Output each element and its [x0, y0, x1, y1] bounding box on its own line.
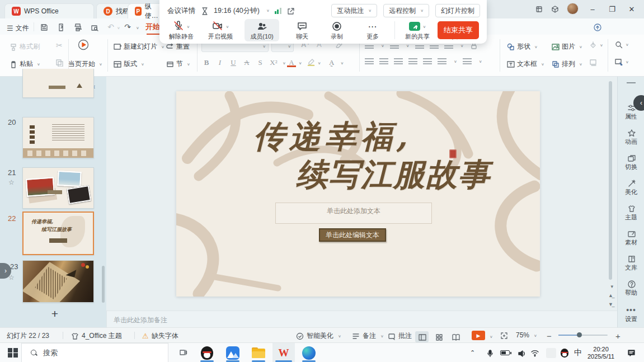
sidebar-item-settings[interactable]: ••• 设置 — [618, 305, 644, 323]
zoom-level[interactable]: 75% ∨ — [516, 331, 537, 339]
chevron-down-icon[interactable]: ∨ — [226, 24, 229, 28]
taskbar-wps-icon-active[interactable]: W — [272, 343, 295, 362]
fit-slide-button[interactable] — [500, 331, 508, 340]
meeting-details-link[interactable]: 会议详情 — [167, 6, 195, 16]
play-from-current-icon[interactable] — [77, 39, 90, 53]
slide-body-placeholder[interactable]: 单击此处添加文本 — [275, 203, 432, 224]
print-preview-icon[interactable] — [87, 21, 101, 32]
zoom-slider-knob[interactable] — [577, 332, 582, 337]
print-icon[interactable] — [70, 21, 84, 32]
clock[interactable]: 20:20 2025/5/11 — [587, 343, 614, 362]
italic-button[interactable]: I — [214, 58, 226, 67]
ribbon-tab-home[interactable]: 开始 — [145, 22, 160, 32]
text-direction-icon[interactable] — [463, 58, 472, 64]
previous-slide-button[interactable]: ▲̲ — [608, 293, 613, 298]
cloud-upload-icon[interactable] — [590, 21, 604, 32]
restore-button[interactable]: ❐ — [606, 3, 618, 15]
chevron-down-icon[interactable]: ∨ — [341, 60, 344, 64]
chevron-down-icon[interactable]: ∨ — [283, 60, 286, 64]
distribute-icon[interactable] — [423, 58, 432, 64]
slide-thumbnail-22-selected[interactable]: 传递幸福, 续写江服故事 — [22, 211, 94, 255]
new-share-button[interactable]: ∨ 新的共享 — [401, 20, 434, 41]
reading-view-button[interactable] — [449, 331, 462, 342]
chevron-down-icon[interactable]: ∨ — [423, 24, 426, 28]
open-external-icon[interactable] — [286, 7, 295, 15]
sidebar-item-library[interactable]: 文库 — [618, 253, 644, 272]
taskbar-qq-icon[interactable] — [197, 343, 217, 362]
smart-beautify-button[interactable]: 智能美化 ∨ — [295, 331, 341, 341]
section-button[interactable]: 节 ∨ — [166, 57, 190, 70]
textbox-button[interactable]: 文本框 ∨ — [506, 57, 544, 70]
sidebar-item-animation[interactable]: 动画 — [618, 128, 644, 146]
chevron-down-icon[interactable]: ∨ — [318, 60, 321, 64]
picture-button[interactable]: 图片 ∨ — [551, 40, 582, 53]
align-right-icon[interactable] — [394, 58, 403, 64]
undo-icon[interactable]: ↶ — [104, 21, 117, 32]
strikethrough-button[interactable]: S — [254, 58, 266, 67]
theme-indicator[interactable]: 4_Office 主题 — [70, 331, 122, 341]
taskbar-search-box[interactable]: 搜索 — [21, 343, 168, 362]
underline-button[interactable]: U — [227, 58, 239, 67]
tray-battery-icon[interactable] — [500, 343, 510, 362]
copy-icon[interactable] — [55, 58, 63, 68]
notes-placeholder[interactable]: 单击此处添加备注 — [114, 316, 167, 325]
end-share-button[interactable]: 结束共享 — [438, 21, 479, 39]
sidebar-item-materials[interactable]: 素材 — [618, 228, 644, 247]
taskbar-file-explorer-icon[interactable] — [248, 343, 269, 362]
new-slide-button[interactable]: 新建幻灯片 ∨ — [113, 40, 164, 53]
notes-bar[interactable]: 单击此处添加备注 — [106, 311, 617, 327]
remote-control-button[interactable]: 远程控制 ∨ — [383, 4, 429, 17]
notes-toggle-button[interactable]: 备注 ∨ — [351, 331, 384, 341]
fill-tool-icon[interactable]: ∨ — [589, 41, 603, 49]
canvas-scrollbar[interactable] — [609, 81, 612, 280]
cut-icon[interactable]: ✂ — [56, 41, 63, 50]
slide-editor[interactable]: 传递幸福, 续写江服故事 单击此处添加文本 单击此处编辑文本 — [176, 91, 540, 297]
slide-edit-text-button[interactable]: 单击此处编辑文本 — [319, 228, 386, 242]
align-center-icon[interactable] — [379, 58, 388, 64]
tray-qq-icon[interactable] — [561, 343, 568, 362]
chevron-down-icon[interactable]: ∨ — [266, 8, 270, 12]
sidebar-item-transition[interactable]: 切换 — [618, 153, 644, 171]
chevron-down-icon[interactable]: ∨ — [187, 24, 190, 28]
start-button[interactable] — [6, 343, 20, 362]
line-spacing-icon[interactable] — [438, 58, 446, 64]
tray-faded-app-icon[interactable] — [546, 343, 556, 362]
task-view-button[interactable] — [175, 343, 191, 362]
chat-button[interactable]: 聊天 — [286, 20, 318, 41]
sidebar-item-beautify[interactable]: 美化 — [618, 178, 644, 196]
window-layout-icon[interactable] — [533, 3, 545, 15]
sidebar-item-help[interactable]: 帮助 — [618, 279, 644, 297]
tray-speaker-icon[interactable] — [517, 343, 525, 362]
slide-thumbnail-21[interactable] — [22, 167, 94, 209]
more-button[interactable]: ⋯ 更多 — [356, 20, 389, 41]
slide-sorter-view-button[interactable] — [432, 331, 445, 342]
char-border-button[interactable]: A — [241, 58, 253, 67]
tray-expand-icon[interactable]: ⌃ — [470, 343, 475, 362]
skin-settings-icon[interactable] — [548, 3, 561, 15]
save-icon[interactable] — [37, 21, 50, 32]
superscript-button[interactable]: X² — [267, 58, 280, 67]
panel-scrollbar[interactable] — [102, 266, 105, 303]
slide-thumbnail-23[interactable] — [22, 260, 94, 303]
unmute-button[interactable]: ∨ 解除静音 — [165, 20, 198, 41]
chevron-down-icon[interactable]: ∨ — [299, 60, 302, 64]
slide-thumbnail-20[interactable] — [22, 117, 94, 158]
zoom-in-button[interactable]: + — [615, 331, 621, 341]
font-color-button[interactable]: A — [287, 58, 296, 67]
normal-view-button[interactable] — [415, 331, 429, 342]
canvas-menu-icon[interactable]: ▾ — [610, 284, 613, 289]
find-button[interactable]: ∨ — [614, 40, 629, 49]
tab-wps-home[interactable]: W WPS Office — [4, 3, 94, 18]
sidebar-collapse-icon[interactable] — [627, 82, 636, 83]
taskbar-docs-app-icon[interactable] — [223, 343, 243, 362]
selection-pane-button[interactable]: ∨ — [614, 58, 629, 66]
slide-title-line2[interactable]: 续写江服故事 — [296, 154, 491, 196]
minimize-button[interactable]: – — [586, 3, 599, 15]
tray-microphone-icon[interactable] — [486, 343, 493, 362]
notification-center-icon[interactable] — [627, 343, 636, 362]
tray-wifi-icon[interactable] — [530, 343, 539, 362]
missing-font-warning[interactable]: ⚠ 缺失字体 — [142, 331, 178, 341]
file-menu[interactable]: ☰ 文件 — [7, 21, 29, 35]
taskbar-edge-icon[interactable] — [299, 343, 319, 362]
layout-button[interactable]: 版式 ∨ — [113, 57, 144, 70]
